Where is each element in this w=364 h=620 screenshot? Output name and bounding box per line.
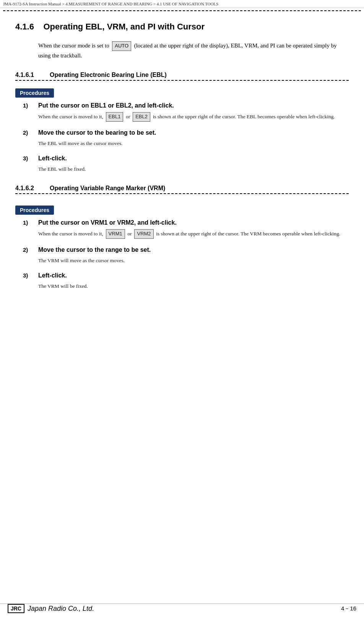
ebl-step-2-num: 2) — [23, 129, 38, 148]
vrm-step-1-desc: When the cursor is moved to it, VRM1 or … — [38, 229, 349, 239]
subsection1-title: 4.1.6.1 Operating Electronic Bearing Lin… — [15, 72, 349, 81]
section-number: 4.1.6 — [15, 22, 34, 31]
vrm-step-3-num: 3) — [23, 272, 38, 290]
vrm-step-3-content: Left-click. The VRM will be fixed. — [38, 272, 349, 290]
ebl-step-3: 3) Left-click. The EBL will be fixed. — [23, 155, 349, 173]
vrm2-box: VRM2 — [134, 229, 153, 239]
ebl-step-2-title: Move the cursor to the bearing to be set… — [38, 129, 349, 136]
ebl-step-1-desc: When the cursor is moved to it, EBL1 or … — [38, 112, 349, 122]
ebl-step-2-desc: The EBL will move as the cursor moves. — [38, 139, 349, 148]
ebl-step-1-content: Put the cursor on EBL1 or EBL2, and left… — [38, 102, 349, 122]
ebl1-box: EBL1 — [106, 112, 123, 122]
breadcrumb-text: JMA-9172-SA Instruction Manual > 4.MEASU… — [3, 2, 218, 6]
vrm-step-2-content: Move the cursor to the range to be set. … — [38, 246, 349, 265]
ebl-step-2-content: Move the cursor to the bearing to be set… — [38, 129, 349, 148]
vrm-step-2-num: 2) — [23, 246, 38, 265]
vrm-step-3-desc: The VRM will be fixed. — [38, 282, 349, 290]
section-title-text: Operating EBL, VRM, and PI with Cursor — [43, 22, 205, 31]
ebl2-box: EBL2 — [133, 112, 150, 122]
subsection2-title-text: Operating Variable Range Marker (VRM) — [50, 185, 165, 192]
ebl-step-3-num: 3) — [23, 155, 38, 173]
subsection2-number: 4.1.6.2 — [15, 185, 50, 192]
vrm-step-1-title: Put the cursor on VRM1 or VRM2, and left… — [38, 219, 349, 226]
intro-paragraph: When the cursor mode is set to AUTO (loc… — [38, 41, 349, 60]
ebl-step-2: 2) Move the cursor to the bearing to be … — [23, 129, 349, 148]
subsection1-number: 4.1.6.1 — [15, 72, 50, 78]
ebl-step-3-content: Left-click. The EBL will be fixed. — [38, 155, 349, 173]
section-title: 4.1.6 Operating EBL, VRM, and PI with Cu… — [15, 22, 349, 32]
vrm-step-1-num: 1) — [23, 219, 38, 239]
subsection1-title-text: Operating Electronic Bearing Line (EBL) — [50, 72, 167, 78]
vrm-step-2: 2) Move the cursor to the range to be se… — [23, 246, 349, 265]
ebl-step-3-desc: The EBL will be fixed. — [38, 165, 349, 173]
vrm-step-3: 3) Left-click. The VRM will be fixed. — [23, 272, 349, 290]
company-name: Japan Radio Co., Ltd. — [28, 605, 94, 613]
ebl-step-1-num: 1) — [23, 102, 38, 122]
ebl-step-3-title: Left-click. — [38, 155, 349, 162]
vrm-step-2-title: Move the cursor to the range to be set. — [38, 246, 349, 253]
subsection2-title: 4.1.6.2 Operating Variable Range Marker … — [15, 185, 349, 194]
procedures-badge-2: Procedures — [15, 206, 54, 215]
intro-text-before: When the cursor mode is set to — [38, 42, 109, 49]
page-number: 4－16 — [341, 605, 356, 612]
jrc-label: JRC — [8, 604, 24, 613]
vrm-step-1-content: Put the cursor on VRM1 or VRM2, and left… — [38, 219, 349, 239]
auto-box-label: AUTO — [112, 41, 131, 51]
ebl-step-1-title: Put the cursor on EBL1 or EBL2, and left… — [38, 102, 349, 109]
ebl-step-1: 1) Put the cursor on EBL1 or EBL2, and l… — [23, 102, 349, 122]
vrm-step-1: 1) Put the cursor on VRM1 or VRM2, and l… — [23, 219, 349, 239]
main-content: 4.1.6 Operating EBL, VRM, and PI with Cu… — [0, 22, 364, 312]
dashed-separator — [3, 10, 361, 11]
vrm1-box: VRM1 — [106, 229, 125, 239]
vrm-step-2-desc: The VRM will move as the cursor moves. — [38, 256, 349, 265]
procedures-badge-1: Procedures — [15, 88, 54, 98]
breadcrumb: JMA-9172-SA Instruction Manual > 4.MEASU… — [0, 0, 364, 8]
footer: JRC Japan Radio Co., Ltd. 4－16 — [0, 604, 364, 613]
footer-logo: JRC Japan Radio Co., Ltd. — [8, 604, 94, 613]
vrm-step-3-title: Left-click. — [38, 272, 349, 279]
